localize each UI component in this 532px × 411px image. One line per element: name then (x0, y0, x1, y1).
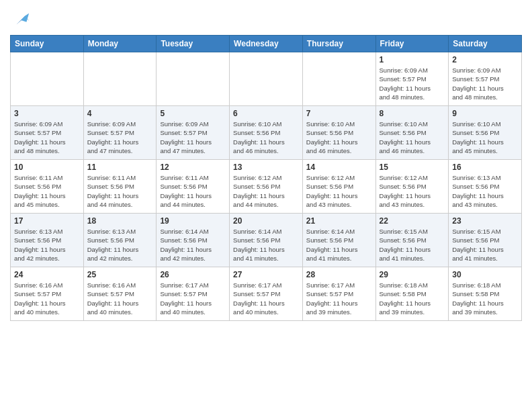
calendar-cell: 20Sunrise: 6:14 AM Sunset: 5:56 PM Dayli… (230, 214, 303, 267)
calendar-cell: 15Sunrise: 6:12 AM Sunset: 5:56 PM Dayli… (375, 160, 449, 214)
day-info: Sunrise: 6:09 AM Sunset: 5:57 PM Dayligh… (452, 66, 518, 101)
calendar-cell: 3Sunrise: 6:09 AM Sunset: 5:57 PM Daylig… (11, 106, 84, 160)
calendar-cell: 21Sunrise: 6:14 AM Sunset: 5:56 PM Dayli… (302, 214, 375, 267)
day-header-friday: Friday (375, 36, 449, 52)
week-row-1: 1Sunrise: 6:09 AM Sunset: 5:57 PM Daylig… (11, 52, 522, 106)
calendar-cell: 2Sunrise: 6:09 AM Sunset: 5:57 PM Daylig… (449, 52, 522, 106)
day-info: Sunrise: 6:17 AM Sunset: 5:57 PM Dayligh… (306, 281, 372, 316)
day-number: 4 (87, 109, 153, 118)
day-header-monday: Monday (83, 36, 157, 52)
day-number: 15 (380, 163, 445, 172)
calendar-cell: 8Sunrise: 6:10 AM Sunset: 5:56 PM Daylig… (375, 106, 449, 160)
day-header-tuesday: Tuesday (157, 36, 230, 52)
day-info: Sunrise: 6:10 AM Sunset: 5:56 PM Dayligh… (380, 120, 445, 155)
day-info: Sunrise: 6:18 AM Sunset: 5:58 PM Dayligh… (380, 281, 445, 316)
day-number: 1 (380, 55, 445, 64)
day-header-sunday: Sunday (11, 36, 84, 52)
day-info: Sunrise: 6:17 AM Sunset: 5:57 PM Dayligh… (160, 281, 226, 316)
calendar-cell: 7Sunrise: 6:10 AM Sunset: 5:56 PM Daylig… (302, 106, 375, 160)
day-info: Sunrise: 6:12 AM Sunset: 5:56 PM Dayligh… (233, 173, 299, 209)
day-info: Sunrise: 6:14 AM Sunset: 5:56 PM Dayligh… (233, 227, 299, 263)
day-number: 25 (87, 270, 153, 279)
calendar-cell (302, 52, 375, 106)
day-info: Sunrise: 6:10 AM Sunset: 5:56 PM Dayligh… (452, 120, 518, 155)
day-number: 18 (87, 216, 153, 226)
calendar-cell: 10Sunrise: 6:11 AM Sunset: 5:56 PM Dayli… (11, 160, 84, 214)
calendar-cell: 28Sunrise: 6:17 AM Sunset: 5:57 PM Dayli… (302, 267, 375, 321)
day-info: Sunrise: 6:11 AM Sunset: 5:56 PM Dayligh… (160, 173, 226, 209)
calendar-cell: 11Sunrise: 6:11 AM Sunset: 5:56 PM Dayli… (83, 160, 157, 214)
calendar-cell: 6Sunrise: 6:10 AM Sunset: 5:56 PM Daylig… (230, 106, 303, 160)
calendar-cell: 22Sunrise: 6:15 AM Sunset: 5:56 PM Dayli… (375, 214, 449, 267)
calendar-cell: 16Sunrise: 6:13 AM Sunset: 5:56 PM Dayli… (449, 160, 522, 214)
day-number: 13 (233, 163, 299, 172)
day-number: 30 (452, 270, 518, 279)
day-number: 23 (452, 216, 518, 226)
week-row-4: 17Sunrise: 6:13 AM Sunset: 5:56 PM Dayli… (11, 214, 522, 267)
day-number: 9 (452, 109, 518, 118)
day-number: 28 (306, 270, 372, 279)
day-number: 21 (306, 216, 372, 226)
calendar-table: SundayMondayTuesdayWednesdayThursdayFrid… (10, 35, 522, 321)
day-info: Sunrise: 6:15 AM Sunset: 5:56 PM Dayligh… (380, 227, 445, 263)
calendar-cell: 27Sunrise: 6:17 AM Sunset: 5:57 PM Dayli… (230, 267, 303, 321)
calendar-cell: 23Sunrise: 6:15 AM Sunset: 5:56 PM Dayli… (449, 214, 522, 267)
calendar-cell (11, 52, 84, 106)
day-number: 17 (14, 216, 80, 226)
day-info: Sunrise: 6:09 AM Sunset: 5:57 PM Dayligh… (14, 120, 80, 155)
day-info: Sunrise: 6:10 AM Sunset: 5:56 PM Dayligh… (306, 120, 372, 155)
week-row-3: 10Sunrise: 6:11 AM Sunset: 5:56 PM Dayli… (11, 160, 522, 214)
day-number: 6 (233, 109, 299, 118)
calendar-cell: 19Sunrise: 6:14 AM Sunset: 5:56 PM Dayli… (157, 214, 230, 267)
day-number: 19 (160, 216, 226, 226)
day-header-wednesday: Wednesday (230, 36, 303, 52)
day-info: Sunrise: 6:09 AM Sunset: 5:57 PM Dayligh… (160, 120, 226, 155)
calendar-cell (83, 52, 157, 106)
day-info: Sunrise: 6:11 AM Sunset: 5:56 PM Dayligh… (87, 173, 153, 209)
day-info: Sunrise: 6:09 AM Sunset: 5:57 PM Dayligh… (380, 66, 445, 101)
calendar-cell: 26Sunrise: 6:17 AM Sunset: 5:57 PM Dayli… (157, 267, 230, 321)
calendar-cell: 17Sunrise: 6:13 AM Sunset: 5:56 PM Dayli… (11, 214, 84, 267)
calendar-cell (157, 52, 230, 106)
day-info: Sunrise: 6:15 AM Sunset: 5:56 PM Dayligh… (452, 227, 518, 263)
day-number: 26 (160, 270, 226, 279)
calendar-cell: 5Sunrise: 6:09 AM Sunset: 5:57 PM Daylig… (157, 106, 230, 160)
calendar-cell (230, 52, 303, 106)
logo (10, 11, 30, 30)
day-number: 2 (452, 55, 518, 64)
calendar-cell: 13Sunrise: 6:12 AM Sunset: 5:56 PM Dayli… (230, 160, 303, 214)
calendar-cell: 4Sunrise: 6:09 AM Sunset: 5:57 PM Daylig… (83, 106, 157, 160)
day-info: Sunrise: 6:18 AM Sunset: 5:58 PM Dayligh… (452, 281, 518, 316)
day-number: 20 (233, 216, 299, 226)
day-number: 22 (380, 216, 445, 226)
logo-icon (11, 11, 30, 30)
day-number: 5 (160, 109, 226, 118)
calendar-cell: 24Sunrise: 6:16 AM Sunset: 5:57 PM Dayli… (11, 267, 84, 321)
day-number: 7 (306, 109, 372, 118)
day-number: 8 (380, 109, 445, 118)
day-number: 11 (87, 163, 153, 172)
calendar-cell: 1Sunrise: 6:09 AM Sunset: 5:57 PM Daylig… (375, 52, 449, 106)
day-info: Sunrise: 6:16 AM Sunset: 5:57 PM Dayligh… (87, 281, 153, 316)
day-info: Sunrise: 6:13 AM Sunset: 5:56 PM Dayligh… (87, 227, 153, 263)
day-info: Sunrise: 6:14 AM Sunset: 5:56 PM Dayligh… (160, 227, 226, 263)
day-number: 14 (306, 163, 372, 172)
calendar-cell: 29Sunrise: 6:18 AM Sunset: 5:58 PM Dayli… (375, 267, 449, 321)
calendar-cell: 18Sunrise: 6:13 AM Sunset: 5:56 PM Dayli… (83, 214, 157, 267)
day-info: Sunrise: 6:13 AM Sunset: 5:56 PM Dayligh… (14, 227, 80, 263)
day-info: Sunrise: 6:13 AM Sunset: 5:56 PM Dayligh… (452, 173, 518, 209)
calendar-cell: 12Sunrise: 6:11 AM Sunset: 5:56 PM Dayli… (157, 160, 230, 214)
day-header-saturday: Saturday (449, 36, 522, 52)
day-info: Sunrise: 6:12 AM Sunset: 5:56 PM Dayligh… (380, 173, 445, 209)
day-number: 12 (160, 163, 226, 172)
week-row-2: 3Sunrise: 6:09 AM Sunset: 5:57 PM Daylig… (11, 106, 522, 160)
day-number: 10 (14, 163, 80, 172)
calendar-cell: 25Sunrise: 6:16 AM Sunset: 5:57 PM Dayli… (83, 267, 157, 321)
day-number: 3 (14, 109, 80, 118)
day-info: Sunrise: 6:16 AM Sunset: 5:57 PM Dayligh… (14, 281, 80, 316)
day-number: 24 (14, 270, 80, 279)
day-number: 29 (380, 270, 445, 279)
day-info: Sunrise: 6:14 AM Sunset: 5:56 PM Dayligh… (306, 227, 372, 263)
day-info: Sunrise: 6:17 AM Sunset: 5:57 PM Dayligh… (233, 281, 299, 316)
page-header (10, 7, 522, 30)
